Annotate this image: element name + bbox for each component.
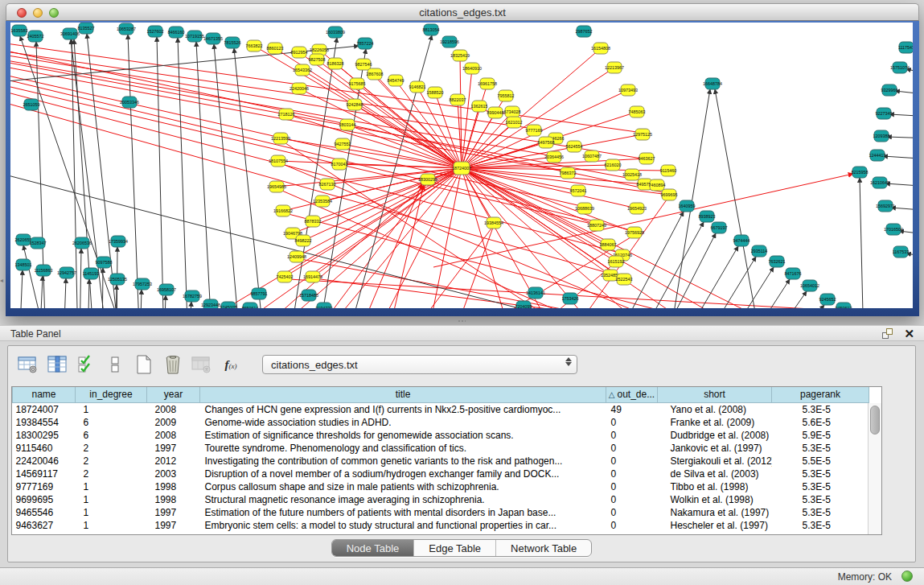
- graph-node[interactable]: 15718485: [299, 290, 318, 301]
- window-titlebar[interactable]: citations_edges.txt: [6, 3, 919, 21]
- column-header-title[interactable]: title: [200, 387, 606, 402]
- graph-node[interactable]: 9194733: [316, 303, 333, 308]
- graph-node[interactable]: 14136141: [526, 287, 545, 299]
- graph-node[interactable]: 1167533: [893, 246, 910, 257]
- table-row[interactable]: 1830029562008Estimation of significance …: [13, 429, 869, 442]
- graph-node[interactable]: 17016504: [884, 224, 903, 235]
- close-panel-icon[interactable]: ✕: [904, 328, 914, 340]
- column-header-pagerank[interactable]: pagerank: [772, 387, 869, 402]
- column-header-name[interactable]: name: [13, 387, 76, 402]
- column-header-out_de[interactable]: △out_de...: [606, 387, 658, 402]
- graph-node[interactable]: 7485063: [629, 106, 646, 117]
- graph-node[interactable]: 17957253: [133, 278, 152, 290]
- graph-node[interactable]: 7857224: [357, 38, 374, 49]
- table-row[interactable]: 969969511998Structural magnetic resonanc…: [13, 493, 869, 506]
- graph-node[interactable]: 9463627: [639, 153, 655, 164]
- graph-node[interactable]: 9827546: [355, 59, 372, 70]
- graph-node[interactable]: 18724007: [452, 162, 471, 175]
- float-panel-icon[interactable]: [881, 328, 894, 340]
- graph-node[interactable]: 5624554: [566, 141, 583, 152]
- graph-node[interactable]: 16782759: [183, 290, 202, 302]
- graph-node[interactable]: 15751074: [890, 62, 910, 73]
- graph-node[interactable]: 8215958: [852, 167, 869, 178]
- column-header-in_degree[interactable]: in_degree: [76, 387, 147, 402]
- table-row[interactable]: 2242004622012Investigating the contribut…: [13, 455, 869, 468]
- graph-node[interactable]: 1615192: [608, 256, 625, 267]
- graph-node[interactable]: 16210643: [870, 177, 889, 188]
- graph-node[interactable]: 10688639: [575, 203, 594, 214]
- graph-node[interactable]: 2987652: [576, 26, 593, 37]
- unselect-all-columns-icon[interactable]: [103, 353, 127, 376]
- graph-node[interactable]: 1588520: [427, 87, 444, 98]
- graph-node[interactable]: 7955812: [498, 90, 515, 101]
- graph-node[interactable]: 10719155: [185, 31, 204, 42]
- graph-node[interactable]: 8471676: [785, 268, 802, 279]
- panel-splitter[interactable]: [0, 316, 924, 325]
- tab-network-table[interactable]: Network Table: [495, 540, 591, 556]
- graph-node[interactable]: 9146821: [409, 81, 426, 93]
- delete-columns-trash-icon[interactable]: [161, 353, 185, 376]
- graph-node[interactable]: 7460894: [649, 179, 666, 191]
- graph-node[interactable]: 26206536: [72, 237, 92, 249]
- graph-node[interactable]: 8878332: [305, 216, 322, 227]
- graph-node[interactable]: 9427552: [335, 138, 351, 150]
- graph-node[interactable]: 9450612: [836, 303, 852, 308]
- graph-node[interactable]: 6216020: [605, 159, 622, 171]
- graph-node[interactable]: 4572041: [570, 185, 587, 196]
- table-row[interactable]: 1938455462009Genome-wide association stu…: [13, 416, 869, 429]
- scrollbar-thumb[interactable]: [870, 406, 880, 435]
- graph-node[interactable]: 1145193: [83, 268, 100, 279]
- graph-node[interactable]: 9827508: [309, 54, 326, 65]
- graph-node[interactable]: 8822037: [450, 94, 466, 105]
- graph-node[interactable]: 9857791: [251, 288, 268, 299]
- graph-node[interactable]: 8938923: [699, 211, 716, 222]
- graph-node[interactable]: 8650614: [242, 303, 259, 308]
- graph-node[interactable]: 19166822: [273, 205, 293, 216]
- graph-node[interactable]: 10654012: [800, 280, 819, 291]
- graph-node[interactable]: 10025418: [622, 169, 642, 180]
- table-row[interactable]: 1872400712008Changes of HCN gene express…: [13, 402, 869, 416]
- graph-node[interactable]: 9474444: [733, 235, 750, 246]
- graph-node[interactable]: 15692971: [876, 200, 895, 212]
- graph-node[interactable]: 11156863: [34, 265, 52, 276]
- graph-node[interactable]: 9777169: [526, 125, 543, 136]
- graph-node[interactable]: 7986372: [560, 167, 577, 179]
- graph-node[interactable]: 2651059: [23, 99, 40, 110]
- graph-node[interactable]: 16154808: [591, 43, 610, 54]
- table-row[interactable]: 946362711997Embryonic stem cells: a mode…: [13, 519, 869, 532]
- graph-node[interactable]: 9329966: [881, 84, 898, 96]
- graph-node[interactable]: 2803144: [339, 119, 356, 130]
- graph-node[interactable]: 1527602: [147, 26, 164, 37]
- graph-node[interactable]: 9115460: [660, 165, 677, 176]
- graph-node[interactable]: 12213967: [605, 62, 624, 73]
- function-builder-icon[interactable]: f(x): [219, 353, 243, 376]
- graph-node[interactable]: 1348501: [15, 259, 32, 270]
- graph-node[interactable]: 2405572: [27, 31, 44, 42]
- graph-node[interactable]: 7815526: [224, 37, 241, 48]
- graph-node[interactable]: 1621012: [506, 117, 523, 128]
- graph-node[interactable]: 9245652: [819, 294, 836, 305]
- graph-node[interactable]: 8186328: [327, 58, 344, 69]
- graph-node[interactable]: 6497568: [538, 137, 555, 148]
- import-table-icon[interactable]: [132, 353, 156, 376]
- graph-node[interactable]: 9227349: [876, 108, 893, 119]
- graph-node[interactable]: 18325419: [450, 50, 470, 61]
- graph-node[interactable]: 19756928: [625, 227, 644, 238]
- graph-node[interactable]: 1362615: [471, 101, 488, 112]
- graph-node[interactable]: 10973493: [618, 84, 638, 96]
- graph-node[interactable]: 9242848: [347, 99, 363, 110]
- graph-node[interactable]: 7663822: [246, 40, 263, 51]
- graph-node[interactable]: 2935114: [751, 245, 768, 257]
- graph-node[interactable]: 2718126: [278, 109, 295, 120]
- column-header-year[interactable]: year: [147, 387, 200, 402]
- graph-node[interactable]: 8860123: [267, 43, 284, 54]
- table-row[interactable]: 1456911722003Disruption of a novel membe…: [13, 468, 869, 480]
- table-mode-icon[interactable]: [16, 353, 40, 376]
- graph-node[interactable]: 14671355: [203, 33, 223, 44]
- collapse-arrow-icon[interactable]: ◂: [0, 277, 3, 284]
- graph-node[interactable]: 6679197: [711, 222, 728, 233]
- graph-node[interactable]: 30691406: [60, 28, 80, 39]
- graph-node[interactable]: 1753426: [562, 293, 579, 304]
- graph-node[interactable]: 19218596: [440, 36, 459, 47]
- graph-node[interactable]: 12213599: [271, 133, 290, 144]
